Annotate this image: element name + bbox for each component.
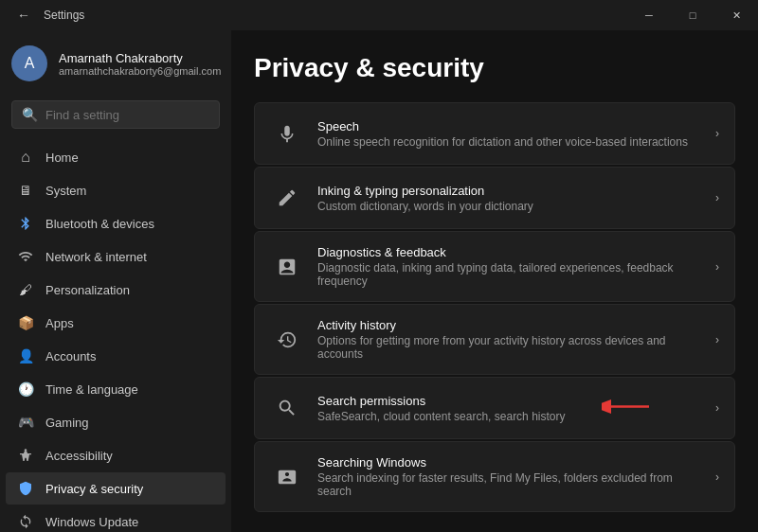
sidebar-label-gaming: Gaming [45,416,89,430]
setting-search-permissions[interactable]: Search permissions SafeSearch, cloud con… [254,377,735,439]
sidebar-item-windows-update[interactable]: Windows Update [6,505,226,532]
network-icon [17,248,34,265]
search-perm-chevron: › [715,401,719,415]
inking-icon [270,181,304,215]
accessibility-icon [17,447,34,464]
search-icon: 🔍 [22,107,38,122]
sidebar-label-bluetooth: Bluetooth & devices [45,217,154,231]
user-email: amarnathchakraborty6@gmail.com [59,65,221,77]
sidebar-item-accessibility[interactable]: Accessibility [6,439,226,471]
maximize-button[interactable]: □ [671,0,714,30]
page-title: Privacy & security [254,53,735,83]
activity-title: Activity history [317,318,708,332]
inking-desc: Custom dictionary, words in your diction… [317,200,708,213]
red-arrow-annotation [602,393,659,424]
activity-desc: Options for getting more from your activ… [317,334,708,361]
speech-icon [270,116,304,151]
user-name: Amarnath Chakraborty [59,51,221,65]
diagnostics-chevron: › [715,260,719,274]
searching-text: Searching Windows Search indexing for fa… [317,455,708,498]
searching-title: Searching Windows [317,455,708,470]
activity-chevron: › [715,333,719,346]
diagnostics-desc: Diagnostic data, inking and typing data,… [317,261,708,288]
sidebar-label-system: System [45,184,86,198]
sidebar-label-personalization: Personalization [45,283,130,297]
sidebar-item-time-language[interactable]: 🕐 Time & language [6,373,226,405]
searching-chevron: › [715,470,719,484]
sidebar-label-accounts: Accounts [45,349,96,364]
setting-searching-windows[interactable]: Searching Windows Search indexing for fa… [254,441,735,512]
inking-chevron: › [715,191,719,204]
search-perm-icon [270,391,304,425]
sidebar-label-update: Windows Update [45,515,138,529]
speech-text: Speech Online speech recognition for dic… [317,119,708,149]
avatar: A [11,45,47,81]
sidebar-nav: ⌂ Home 🖥 System Bluetooth & devices Ne [0,136,231,532]
home-icon: ⌂ [17,149,34,166]
speech-chevron: › [715,127,719,140]
sidebar-item-bluetooth[interactable]: Bluetooth & devices [6,207,226,239]
diagnostics-text: Diagnostics & feedback Diagnostic data, … [317,245,708,288]
setting-diagnostics[interactable]: Diagnostics & feedback Diagnostic data, … [254,231,735,302]
inking-text: Inking & typing personalization Custom d… [317,184,708,213]
sidebar-label-privacy: Privacy & security [45,482,143,496]
titlebar-left: ← Settings [11,4,84,27]
titlebar-controls: ─ □ ✕ [627,0,758,30]
speech-title: Speech [317,119,708,133]
personalization-icon: 🖌 [17,281,34,298]
bluetooth-icon [17,215,34,232]
inking-title: Inking & typing personalization [317,184,708,198]
privacy-icon [17,480,34,497]
speech-desc: Online speech recognition for dictation … [317,135,708,149]
apps-icon: 📦 [17,314,34,331]
sidebar-item-personalization[interactable]: 🖌 Personalization [6,274,226,306]
searching-desc: Search indexing for faster results, Find… [317,471,708,498]
settings-list: Speech Online speech recognition for dic… [254,102,735,512]
sidebar-label-home: Home [45,151,79,165]
user-section[interactable]: A Amarnath Chakraborty amarnathchakrabor… [0,30,231,93]
update-icon [17,513,34,530]
sidebar-item-home[interactable]: ⌂ Home [6,141,226,173]
diagnostics-icon [270,250,304,284]
sidebar-item-system[interactable]: 🖥 System [6,174,226,206]
sidebar-label-time: Time & language [45,382,138,397]
close-button[interactable]: ✕ [714,0,758,30]
sidebar: A Amarnath Chakraborty amarnathchakrabor… [0,30,231,532]
setting-activity[interactable]: Activity history Options for getting mor… [254,304,735,375]
sidebar-label-accessibility: Accessibility [45,449,113,463]
sidebar-item-gaming[interactable]: 🎮 Gaming [6,406,226,438]
activity-icon [270,323,304,357]
sidebar-item-privacy[interactable]: Privacy & security [6,472,226,505]
setting-speech[interactable]: Speech Online speech recognition for dic… [254,102,735,165]
sidebar-item-apps[interactable]: 📦 Apps [6,307,226,339]
diagnostics-title: Diagnostics & feedback [317,245,708,259]
activity-text: Activity history Options for getting mor… [317,318,708,361]
accounts-icon: 👤 [17,347,34,364]
search-input[interactable] [45,108,209,122]
sidebar-label-apps: Apps [45,316,74,330]
sidebar-item-accounts[interactable]: 👤 Accounts [6,340,226,372]
minimize-button[interactable]: ─ [627,0,671,30]
search-box[interactable]: 🔍 [11,100,220,129]
back-button[interactable]: ← [11,4,36,27]
searching-icon [270,460,304,494]
user-info: Amarnath Chakraborty amarnathchakraborty… [59,51,221,77]
gaming-icon: 🎮 [17,414,34,431]
main-layout: A Amarnath Chakraborty amarnathchakrabor… [0,30,758,532]
sidebar-item-network[interactable]: Network & internet [6,240,226,273]
setting-inking[interactable]: Inking & typing personalization Custom d… [254,167,735,229]
system-icon: 🖥 [17,182,34,199]
window-title: Settings [44,9,84,22]
sidebar-label-network: Network & internet [45,250,147,264]
content-area: Privacy & security Speech Online speech … [231,30,758,532]
time-icon: 🕐 [17,381,34,398]
titlebar: ← Settings ─ □ ✕ [0,0,758,30]
